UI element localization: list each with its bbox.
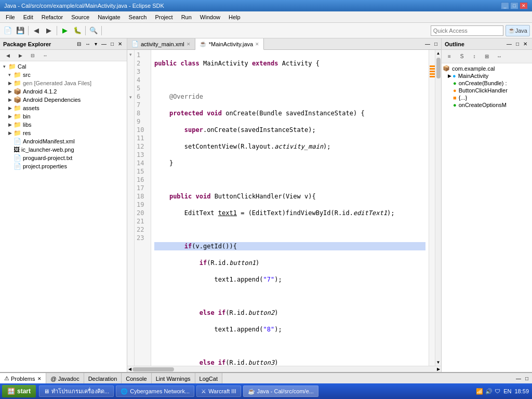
tree-item-android[interactable]: ▶ 📦 Android 4.1.2 <box>1 87 126 96</box>
outline-maximize-button[interactable]: □ <box>514 41 521 47</box>
save-button[interactable]: 💾 <box>15 25 26 36</box>
code-line-18 <box>154 342 425 350</box>
outline-item-buttonhandler[interactable]: ● ButtonClickHandler <box>443 87 531 94</box>
code-editor[interactable]: public class MainActivity extends Activi… <box>151 50 429 366</box>
run-button[interactable]: ▶ <box>59 25 71 36</box>
sys-tray: 📶 🔊 🛡 <box>476 388 500 395</box>
menu-project[interactable]: Project <box>151 12 176 22</box>
search-button[interactable]: 🔍 <box>88 25 99 36</box>
menu-search[interactable]: Search <box>125 12 151 22</box>
console-tab-label: Console <box>126 376 147 382</box>
taskbar-item-3[interactable]: ☕ Java - Cal/src/com/e... <box>243 385 318 397</box>
tree-item-cal[interactable]: ▾ 📁 Cal <box>1 62 126 71</box>
scroll-down-button[interactable]: ▼ <box>435 359 441 366</box>
tree-item-launcher[interactable]: 🖼 ic_launcher-web.png <box>1 145 126 154</box>
quick-access-input[interactable] <box>431 25 503 36</box>
tree-item-android-deps[interactable]: ▶ 📦 Android Dependencies <box>1 96 126 104</box>
taskbar-item-2[interactable]: ⚔ Warcraft III <box>196 385 241 397</box>
hide-static-button[interactable]: S <box>456 51 468 62</box>
tree-item-bin[interactable]: ▶ 📁 bin <box>1 112 126 121</box>
minimize-panel-button[interactable]: — <box>100 41 108 47</box>
collapse-tree-button[interactable]: ⊟ <box>27 50 38 61</box>
taskbar-item-0[interactable]: 🖥 ทำโปรแกรมเครื่องคิด... <box>39 385 114 397</box>
toolbar-sep-4 <box>101 26 102 35</box>
new-button[interactable]: 📄 <box>2 25 14 36</box>
forward-button[interactable]: ▶ <box>43 25 55 36</box>
link-editor-button[interactable]: ↔ <box>84 41 92 47</box>
fold-arrow-1[interactable]: ▾ <box>127 52 134 57</box>
tree-item-res[interactable]: ▶ 📁 res <box>1 129 126 137</box>
bottom-maximize-button[interactable]: □ <box>524 375 530 382</box>
outline-item-block[interactable]: ■ {...} <box>443 94 531 101</box>
code-line-17: text1.append("8"); <box>154 325 425 334</box>
menu-file[interactable]: File <box>2 12 19 22</box>
tree-item-src[interactable]: ▾ 📁 src <box>1 71 126 79</box>
outline-item-oncreate[interactable]: ● onCreate(Bundle) : <box>443 79 531 87</box>
tree-item-properties[interactable]: 📄 project.properties <box>1 162 126 170</box>
start-button[interactable]: 🪟 start <box>2 385 36 397</box>
close-tab-button[interactable]: ✕ <box>187 42 191 47</box>
menu-navigate[interactable]: Navigate <box>94 12 124 22</box>
minimize-button[interactable]: _ <box>501 2 509 9</box>
scroll-left-button[interactable]: ◀ <box>127 367 132 371</box>
h-scroll-thumb[interactable] <box>132 367 174 371</box>
menu-source[interactable]: Source <box>68 12 93 22</box>
menu-refactor[interactable]: Refactor <box>38 12 67 22</box>
sync-button[interactable]: ↔ <box>494 51 505 62</box>
view-menu-button[interactable]: ▾ <box>93 41 99 47</box>
back-button[interactable]: ◀ <box>31 25 42 36</box>
outline-minimize-button[interactable]: — <box>505 41 513 47</box>
close-panel-button[interactable]: ✕ <box>116 41 124 47</box>
tab-logcat[interactable]: LogCat <box>195 373 222 384</box>
tree-item-proguard[interactable]: 📄 proguard-project.txt <box>1 154 126 162</box>
package-icon: 📦 <box>443 65 450 72</box>
tree-item-manifest[interactable]: 📄 AndroidManifest.xml <box>1 137 126 145</box>
perspective-java[interactable]: ☕ Java <box>506 25 530 36</box>
code-line-5: super.onCreate(savedInstanceState); <box>154 126 425 134</box>
taskbar-item-1[interactable]: 🌐 Cybergames Network... <box>116 385 194 397</box>
problems-icon: ⚠ <box>4 375 9 382</box>
tab-problems[interactable]: ⚠ Problems ✕ <box>0 373 46 384</box>
close-button[interactable]: ✕ <box>520 2 528 9</box>
code-line-14: text1.append("7"); <box>154 275 425 284</box>
maximize-button[interactable]: □ <box>510 2 518 9</box>
hide-fields-button[interactable]: ≡ <box>444 51 455 62</box>
outline-item-package[interactable]: 📦 com.example.cal <box>443 64 531 72</box>
collapse-all-button[interactable]: ⊟ <box>75 41 83 47</box>
outline-close-button[interactable]: ✕ <box>522 41 529 47</box>
fold-arrow-2[interactable]: ▾ <box>127 95 134 100</box>
link-with-editor-button[interactable]: ↔ <box>39 50 51 61</box>
tab-declaration[interactable]: Declaration <box>84 373 122 384</box>
debug-button[interactable]: 🐛 <box>72 25 83 36</box>
scroll-thumb[interactable] <box>436 58 441 78</box>
tree-item-libs[interactable]: ▶ 📁 libs <box>1 121 126 129</box>
tree-item-assets[interactable]: ▶ 📁 assets <box>1 104 126 112</box>
menu-run[interactable]: Run <box>178 12 195 22</box>
sort-button[interactable]: ↕ <box>469 51 480 62</box>
menu-edit[interactable]: Edit <box>20 12 37 22</box>
maximize-panel-button[interactable]: □ <box>109 41 115 47</box>
forward-nav-button[interactable]: ▶ <box>15 50 26 61</box>
scroll-up-button[interactable]: ▲ <box>435 50 441 57</box>
outline-item-mainactivity[interactable]: ▶ ● MainActivity <box>443 72 531 79</box>
scroll-right-button[interactable]: ▶ <box>436 367 441 371</box>
tab-javadoc[interactable]: @ Javadoc <box>46 373 84 384</box>
vertical-scrollbar[interactable]: ▲ ▼ <box>435 50 441 366</box>
outline-item-oncreatemenu[interactable]: ● onCreateOptionsM <box>443 101 531 109</box>
menu-help[interactable]: Help <box>225 12 244 22</box>
back-nav-button[interactable]: ◀ <box>2 50 14 61</box>
tab-console[interactable]: Console <box>122 373 151 384</box>
editor-maximize-button[interactable]: □ <box>433 41 439 47</box>
tab-activity-main[interactable]: 📄 activity_main.xml ✕ <box>127 38 195 49</box>
tab-mainactivity[interactable]: ☕ *MainActivity.java ✕ <box>195 38 264 50</box>
close-tab-main-button[interactable]: ✕ <box>255 42 259 47</box>
tab-lint[interactable]: Lint Warnings <box>152 373 195 384</box>
problems-tab-close[interactable]: ✕ <box>37 376 42 381</box>
menu-window[interactable]: Window <box>196 12 224 22</box>
window-controls: _ □ ✕ <box>501 2 528 9</box>
bottom-minimize-button[interactable]: — <box>514 375 523 382</box>
horizontal-scrollbar[interactable]: ◀ ▶ <box>127 366 441 372</box>
tree-item-gen[interactable]: ▶ 📁 gen [Generated Java Files] <box>1 79 126 87</box>
editor-minimize-button[interactable]: — <box>423 41 432 47</box>
expand-button[interactable]: ⊞ <box>481 51 493 62</box>
